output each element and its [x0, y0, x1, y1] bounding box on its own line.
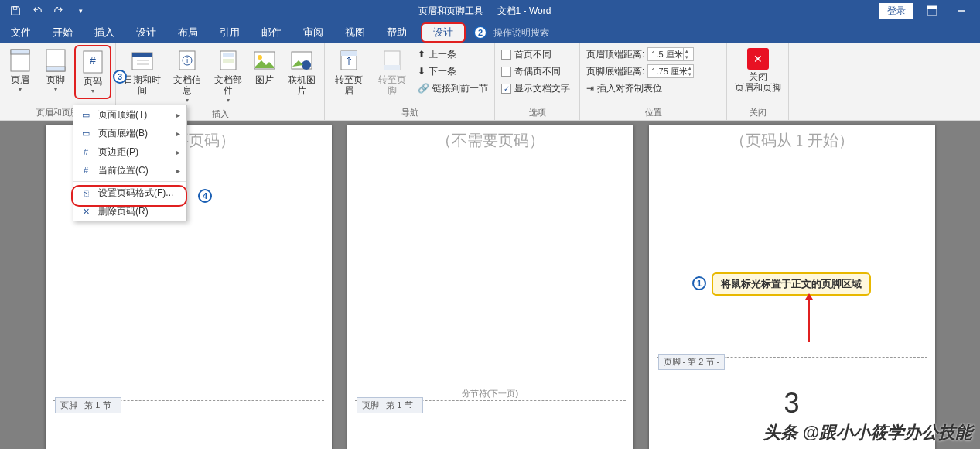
link-icon: 🔗 — [418, 83, 429, 94]
tab-references[interactable]: 引用 — [209, 22, 251, 43]
current-position-icon: # — [80, 164, 92, 177]
section-break-label: 分节符(下一页) — [459, 388, 521, 399]
menu-top-of-page[interactable]: ▭页面顶端(T) — [73, 105, 186, 124]
quickparts-button[interactable]: 文档部件▾ — [208, 45, 248, 107]
group-label-options: 选项 — [498, 105, 576, 120]
callout-2: 2 — [473, 26, 487, 39]
page-2[interactable]: （不需要页码） 分节符(下一页) 页脚 - 第 1 节 - — [347, 125, 633, 449]
pictures-button[interactable]: 图片 — [249, 45, 280, 88]
docinfo-button[interactable]: i文档信息▾ — [168, 45, 207, 107]
svg-text:i: i — [186, 57, 188, 65]
quickparts-icon — [216, 48, 241, 73]
online-pictures-icon — [289, 48, 314, 73]
quick-access-toolbar: ▾ — [0, 2, 90, 20]
contextual-tab-title: 页眉和页脚工具 — [418, 5, 483, 18]
close-header-footer-button[interactable]: ✕ 关闭 页眉和页脚 — [730, 45, 785, 96]
header-distance-input[interactable]: 1.5 厘米▴▾ — [647, 47, 694, 61]
svg-rect-19 — [223, 59, 234, 63]
calendar-icon — [130, 48, 155, 73]
format-icon: ⎘ — [80, 187, 92, 199]
menu-remove-page-numbers[interactable]: ✕删除页码(R) — [73, 202, 186, 221]
instruction-callout: 将鼠标光标置于正文的页脚区域 — [712, 272, 871, 296]
group-label-close: 关闭 — [730, 105, 785, 120]
link-previous-button[interactable]: 🔗链接到前一节 — [418, 81, 488, 96]
callout-1: 1 — [692, 276, 706, 290]
menu-current-position[interactable]: #当前位置(C) — [73, 161, 186, 180]
show-doc-text-checkbox[interactable]: ✓显示文档文字 — [501, 81, 570, 96]
goto-header-icon — [336, 48, 361, 73]
footer-distance-input[interactable]: 1.75 厘米▴▾ — [647, 64, 694, 78]
menu-bottom-of-page[interactable]: ▭页面底端(B) — [73, 124, 186, 142]
svg-rect-18 — [223, 53, 234, 57]
page-bottom-icon: ▭ — [80, 127, 92, 139]
footer-tag-1: 页脚 - 第 1 节 - — [55, 397, 122, 413]
tab-review[interactable]: 审阅 — [292, 22, 334, 43]
goto-footer-button[interactable]: 转至页脚 — [371, 45, 413, 99]
next-icon: ⬇ — [418, 66, 425, 77]
docinfo-icon: i — [175, 48, 200, 73]
next-button[interactable]: ⬇下一条 — [418, 63, 488, 79]
red-arrow — [808, 296, 810, 342]
tab-file[interactable]: 文件 — [0, 22, 42, 43]
header-distance-label: 页眉顶端距离: — [586, 48, 644, 61]
svg-rect-2 — [927, 6, 937, 9]
footer-button[interactable]: 页脚▾ — [39, 45, 73, 96]
online-pictures-button[interactable]: 联机图片 — [282, 45, 321, 99]
goto-footer-icon — [380, 48, 405, 73]
goto-header-button[interactable]: 转至页眉 — [328, 45, 370, 99]
tab-layout[interactable]: 布局 — [167, 22, 209, 43]
group-label-position: 位置 — [583, 105, 723, 120]
footer-distance-label: 页脚底端距离: — [586, 65, 644, 78]
tab-mailings[interactable]: 邮件 — [251, 22, 292, 43]
page-margins-icon: # — [80, 146, 92, 158]
page-top-icon: ▭ — [80, 108, 92, 121]
svg-rect-25 — [341, 51, 357, 56]
minimize-icon[interactable] — [951, 2, 972, 19]
svg-rect-27 — [384, 65, 400, 70]
ribbon-tabs: 文件 开始 插入 设计 布局 引用 邮件 审阅 视图 帮助 设计 2 操作说明搜… — [0, 22, 980, 43]
tab-insert[interactable]: 插入 — [84, 22, 125, 43]
title-bar: ▾ 页眉和页脚工具 文档1 - Word 登录 — [0, 0, 980, 22]
svg-rect-11 — [132, 53, 152, 57]
tab-view[interactable]: 视图 — [334, 22, 376, 43]
page-3-heading: （页码从 1 开始） — [649, 125, 935, 151]
group-label-nav: 导航 — [328, 105, 491, 120]
svg-point-21 — [258, 55, 262, 60]
svg-rect-7 — [46, 67, 65, 71]
page-number-display: 3 — [784, 387, 799, 420]
svg-text:#: # — [90, 54, 96, 67]
page-2-heading: （不需要页码） — [347, 125, 633, 151]
menu-format-page-numbers[interactable]: ⎘设置页码格式(F)... — [73, 183, 186, 202]
datetime-button[interactable]: 日期和时间 — [119, 45, 166, 99]
watermark-text: 头条 @跟小小筱学办公技能 — [763, 421, 972, 444]
footer-tag-3: 页脚 - 第 2 节 - — [658, 354, 726, 370]
tab-design[interactable]: 设计 — [125, 22, 167, 43]
tab-design-context[interactable]: 设计 — [421, 22, 466, 43]
footer-icon — [43, 48, 68, 73]
remove-icon: ✕ — [80, 205, 92, 218]
login-button[interactable]: 登录 — [879, 3, 913, 19]
svg-rect-5 — [11, 50, 29, 54]
ribbon-display-icon[interactable] — [921, 2, 943, 19]
footer-tag-2: 页脚 - 第 1 节 - — [357, 397, 424, 413]
callout-4: 4 — [198, 189, 212, 203]
undo-icon[interactable] — [28, 2, 46, 20]
page-number-menu: ▭页面顶端(T) ▭页面底端(B) #页边距(P) #当前位置(C) ⎘设置页码… — [73, 105, 187, 221]
different-first-checkbox[interactable]: 首页不同 — [501, 46, 570, 62]
page-number-icon: # — [80, 50, 105, 74]
page-number-button[interactable]: # 页码▾ — [74, 45, 111, 99]
tell-me-search[interactable]: 操作说明搜索 — [493, 26, 549, 39]
different-oddeven-checkbox[interactable]: 奇偶页不同 — [501, 63, 570, 79]
header-button[interactable]: 页眉▾ — [3, 45, 37, 96]
save-icon[interactable] — [6, 2, 25, 20]
previous-button[interactable]: ⬆上一条 — [418, 46, 488, 62]
menu-page-margins[interactable]: #页边距(P) — [73, 142, 186, 161]
qat-customize-icon[interactable]: ▾ — [71, 2, 90, 20]
tab-home[interactable]: 开始 — [42, 22, 84, 43]
close-icon: ✕ — [747, 48, 769, 70]
header-icon — [8, 48, 32, 73]
document-title: 文档1 - Word — [497, 5, 551, 18]
redo-icon[interactable] — [50, 2, 68, 20]
tab-help[interactable]: 帮助 — [376, 22, 418, 43]
insert-align-tab-button[interactable]: ⇥插入对齐制表位 — [586, 81, 694, 96]
